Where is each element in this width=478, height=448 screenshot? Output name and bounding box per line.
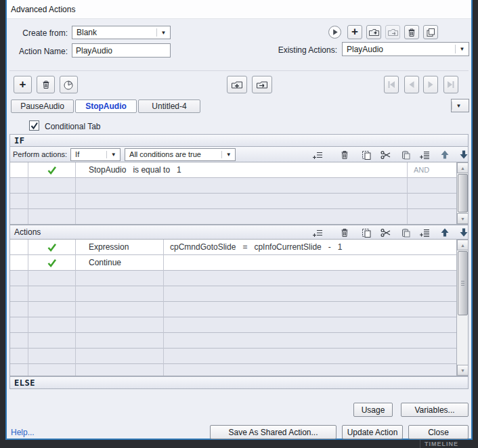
scroll-down-button[interactable]: ▼ [457,365,469,376]
ungroup-conditions-button[interactable] [252,76,272,93]
perform-mode-dropdown[interactable]: If ▼ [70,148,121,161]
paste-condition-button[interactable] [400,150,411,160]
move-action-down-button[interactable] [458,227,469,238]
move-action-up-button[interactable] [439,227,450,238]
actions-header-label: Actions [10,227,41,237]
chevron-down-icon: ▼ [456,46,469,52]
add-action-row-button[interactable] [312,227,324,238]
condition-row-empty[interactable] [10,194,456,209]
action-row-empty[interactable] [10,271,456,286]
group-conditions-button[interactable] [227,76,247,93]
existing-actions-value: PlayAudio [343,45,455,54]
insert-row-icon [419,150,431,160]
cut-action-row-button[interactable] [380,227,391,238]
move-condition-up-button[interactable] [439,149,450,160]
action-row[interactable]: Continue [10,255,456,271]
new-action-button[interactable]: + [347,25,362,39]
tab-stopaudio[interactable]: StopAudio [75,99,137,113]
chevron-down-icon: ▼ [107,152,120,158]
add-tab-button[interactable]: + [14,76,32,93]
cut-condition-button[interactable] [380,150,391,160]
nav-prev-button[interactable] [404,76,419,93]
plus-icon: + [351,26,358,37]
export-action-button[interactable] [385,25,400,39]
help-link[interactable]: Help... [11,428,35,437]
add-condition-button[interactable] [312,150,324,160]
create-from-dropdown[interactable]: Blank ▼ [72,26,171,39]
scroll-up-button[interactable]: ▲ [457,240,469,250]
paste-action-row-button[interactable] [400,227,411,238]
duplicate-action-button[interactable] [423,25,438,39]
move-condition-down-button[interactable] [458,149,469,160]
arrow-up-icon [439,227,450,238]
else-header-label: ELSE [10,378,35,388]
action-row[interactable]: Expression cpCmndGotoSlide = cpInfoCurre… [10,240,456,255]
delete-tab-button[interactable] [37,76,55,93]
action-row-empty[interactable] [10,317,456,333]
insert-condition-button[interactable] [419,150,431,160]
scrollbar-thumb[interactable] [458,174,468,212]
nav-last-button[interactable] [443,76,458,93]
condition-row-empty[interactable] [10,178,456,194]
condition-row-empty[interactable] [10,209,456,225]
save-as-shared-action-button[interactable]: Save As Shared Action... [210,425,336,439]
play-icon [328,25,342,39]
green-check-icon [47,166,57,175]
condition-mode-dropdown[interactable]: All conditions are true ▼ [125,148,236,161]
tab-pauseaudio[interactable]: PauseAudio [11,99,74,113]
action-expression: cpCmndGotoSlide = cpInfoCurrentSlide - 1 [170,242,342,252]
actions-scrollbar[interactable]: ▲ ▼ [456,240,469,376]
update-action-button[interactable]: Update Action [342,425,403,439]
timeline-panel-label: TIMELINE [425,441,458,447]
paste-icon [400,150,411,160]
trash-icon [339,150,350,160]
usage-button[interactable]: Usage [353,403,393,417]
insert-action-row-button[interactable] [419,227,431,238]
delete-action-button[interactable] [404,25,419,39]
condition-row[interactable]: StopAudio is equal to 1 AND [10,162,456,178]
arrow-down-icon [458,227,469,238]
nav-next-button[interactable] [423,76,438,93]
action-row-empty[interactable] [10,333,456,349]
triangle-up-icon: ▲ [460,243,465,248]
condition-mode-value: All conditions are true [125,150,221,158]
scroll-down-button[interactable]: ▼ [457,213,469,224]
checkmark-icon [30,122,39,130]
action-row-empty[interactable] [10,286,456,302]
copy-action-row-button[interactable] [361,227,372,238]
delete-action-row-button[interactable] [339,227,350,238]
existing-actions-dropdown[interactable]: PlayAudio ▼ [342,42,469,56]
dialog-titlebar[interactable]: Advanced Actions [7,0,471,19]
condition-text: StopAudio is equal to 1 [89,165,181,175]
copy-icon [361,150,372,160]
delete-condition-button[interactable] [339,150,350,160]
preview-action-button[interactable] [328,25,342,39]
close-button[interactable]: Close [408,425,469,439]
nav-first-button[interactable] [384,76,399,93]
scrollbar-thumb[interactable] [458,251,468,315]
import-action-button[interactable] [366,25,381,39]
scissors-icon [380,227,391,238]
action-row-empty[interactable] [10,349,456,364]
if-header-label: IF [10,136,24,145]
variables-button[interactable]: Variables... [401,403,469,417]
if-section-header: IF [9,134,469,147]
conditions-table: StopAudio is equal to 1 AND ▲ ▼ [9,162,469,225]
nav-next-icon [425,79,437,91]
perform-mode-value: If [71,150,106,158]
create-from-label: Create from: [7,28,68,38]
triangle-up-icon: ▲ [460,166,465,171]
action-row-empty[interactable] [10,364,456,376]
tab-list-dropdown-button[interactable]: ▼ [451,99,469,112]
conditional-tab-checkbox[interactable] [29,120,39,131]
action-name-input[interactable] [72,43,171,58]
tab-untitled-4[interactable]: Untitled-4 [138,99,200,113]
folder-export-icon [387,27,399,38]
plus-icon: + [20,79,26,90]
scroll-up-button[interactable]: ▲ [457,162,469,173]
copy-condition-button[interactable] [361,150,372,160]
action-row-empty[interactable] [10,302,456,317]
duplicate-tab-button[interactable] [60,76,78,93]
conditions-scrollbar[interactable]: ▲ ▼ [456,162,469,224]
existing-actions-label: Existing Actions: [257,45,337,55]
